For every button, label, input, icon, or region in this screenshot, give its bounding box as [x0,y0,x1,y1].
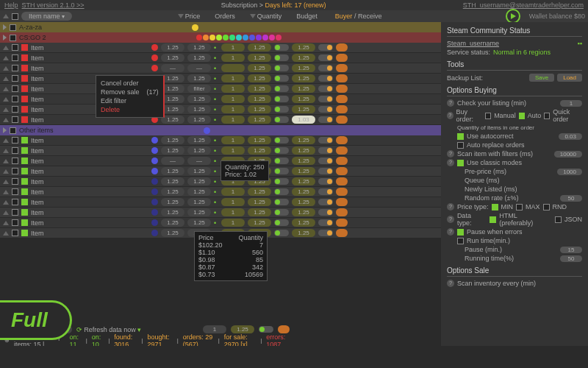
row-checkbox[interactable] [12,85,18,92]
group-header[interactable]: A-za-za [0,22,441,32]
row-toggle-2[interactable] [318,137,333,144]
qty[interactable]: 1 [221,146,245,155]
budget[interactable]: 1.25 [248,198,271,206]
row-checkbox[interactable] [12,137,18,144]
price-1[interactable]: 1.25 [161,95,184,103]
price-2[interactable]: 1.25 [187,208,211,216]
sort-up-icon[interactable] [3,14,9,18]
row-toggle-2[interactable] [318,158,333,164]
cb-autocorrect[interactable] [457,133,464,140]
row-toggle[interactable] [274,230,289,236]
row-toggle-2[interactable] [318,168,333,174]
load-button[interactable]: Load [557,74,582,82]
group-header[interactable]: Other items [0,125,441,135]
receive[interactable]: 1.25 [292,146,315,155]
help-icon[interactable]: ? [447,99,454,107]
budget[interactable]: 1.25 [248,43,271,52]
budget[interactable]: 1.25 [248,105,271,113]
cb-auto[interactable] [519,113,525,119]
row-toggle[interactable] [274,116,289,123]
price-2[interactable]: 1.25 [187,167,211,175]
qty[interactable]: 1 [221,43,245,52]
row-checkbox[interactable] [12,106,18,113]
receive[interactable]: 1.25 [292,177,315,185]
qty[interactable]: 1 [221,54,245,62]
row-action[interactable] [336,229,348,237]
qty[interactable]: 1 [221,95,245,103]
row-toggle-2[interactable] [318,116,333,123]
account-email[interactable]: STH_username@steamtraderhelper.com [463,1,584,9]
price-1[interactable]: 1.25 [161,85,184,93]
row-action[interactable] [336,188,348,196]
price-1[interactable]: 1.25 [161,219,184,227]
row-checkbox[interactable] [12,44,18,51]
row-checkbox[interactable] [12,96,18,102]
expand-icon[interactable] [3,56,9,60]
col-budget[interactable]: Budget [296,13,318,20]
expand-icon[interactable] [3,149,9,153]
expand-icon[interactable] [3,159,9,163]
receive[interactable]: 1.25 [292,85,315,93]
table-row[interactable]: Item1.251.25•11.251.25 [0,53,441,63]
expand-icon[interactable] [3,77,9,81]
collapse-icon[interactable] [3,127,7,133]
budget[interactable]: 1.25 [248,74,271,82]
expand-icon[interactable] [3,138,9,143]
price-1[interactable]: 1.25 [161,146,184,155]
row-toggle-2[interactable] [318,44,333,51]
table-row[interactable]: Item1.251.25•11.251.25 [0,74,441,84]
row-action[interactable] [336,219,348,227]
price-1[interactable]: — [161,157,184,165]
row-toggle-2[interactable] [318,106,333,113]
cb-manual[interactable] [485,113,491,119]
col-quantity[interactable]: Quantity [250,13,282,20]
row-toggle[interactable] [274,199,289,205]
palette-dot[interactable] [216,35,222,40]
row-toggle[interactable] [274,65,289,71]
random-rate-input[interactable]: 50 [560,195,582,202]
foot-pill-2[interactable]: 1.25 [231,325,254,333]
price-1[interactable]: 1.25 [161,105,184,113]
receive[interactable]: 1.25 [292,198,315,206]
row-toggle[interactable] [274,219,289,226]
cb-max[interactable] [516,204,523,210]
budget[interactable]: 1.25 [248,146,271,155]
price-1[interactable]: 1.25 [161,229,184,237]
receive[interactable]: 1.25 [292,188,315,196]
cb-html[interactable] [490,216,496,223]
expand-icon[interactable] [3,210,9,215]
receive[interactable]: 1.25 [292,105,315,113]
qty[interactable]: 1 [221,219,245,227]
qty[interactable]: 1 [221,136,245,144]
cb-pause-err[interactable] [457,229,464,236]
row-action[interactable] [336,157,348,165]
expand-icon[interactable] [3,46,9,50]
expand-icon[interactable] [3,169,9,174]
row-action[interactable] [336,198,348,206]
palette-dot[interactable] [209,35,215,40]
receive[interactable]: 1.25 [292,54,315,62]
cb-rnd[interactable] [543,204,550,210]
qty[interactable]: 1 [221,105,245,113]
row-toggle[interactable] [274,44,289,51]
row-toggle[interactable] [274,209,289,216]
row-checkbox[interactable] [12,230,18,236]
autocorrect-val[interactable]: 0.03 [559,133,582,140]
cb-classic[interactable] [457,160,464,166]
price-2[interactable]: 1.25 [187,136,211,144]
table-row[interactable]: Item1.251.25•11.251.25 [0,187,441,197]
table-row[interactable]: Item1.251.25•11.251.25 [0,135,441,146]
version-link[interactable]: STH version 2.1.0 >> [22,1,85,9]
receive[interactable]: 1.25 [292,74,315,82]
cb-min[interactable] [492,204,498,210]
price-1[interactable]: 1.25 [161,74,184,82]
price-2[interactable]: 1.25 [187,116,211,124]
price-1[interactable]: 1.25 [161,177,184,185]
row-action[interactable] [336,136,348,144]
row-action[interactable] [336,74,348,82]
row-checkbox[interactable] [12,199,18,205]
price-1[interactable]: 1.25 [161,208,184,216]
cb-quick[interactable] [544,113,550,119]
price-1[interactable]: 1.25 [161,54,184,62]
expand-icon[interactable] [3,190,9,194]
